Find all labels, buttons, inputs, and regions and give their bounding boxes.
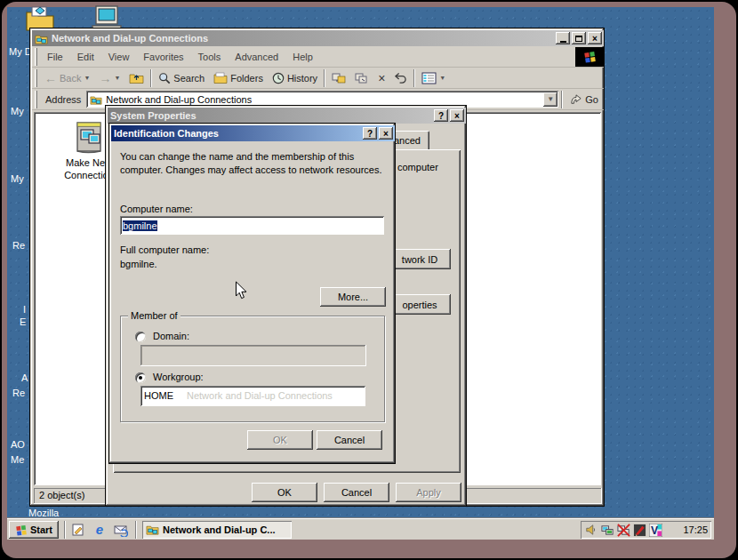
desktop-icon-label-fragment[interactable]: A: [21, 372, 28, 383]
domain-radio[interactable]: [135, 332, 146, 342]
workgroup-label: Workgroup:: [153, 372, 204, 382]
views-button[interactable]: ▼: [417, 68, 450, 88]
help-button[interactable]: ?: [434, 109, 448, 122]
task-button-network-connections[interactable]: Network and Dial-up C...: [142, 521, 292, 539]
undo-icon: [394, 72, 407, 84]
desktop-icon-label-fragment[interactable]: My D: [9, 46, 32, 57]
workgroup-field[interactable]: HOME Network and Dial-up Connections: [140, 386, 366, 407]
search-button[interactable]: Search: [154, 68, 209, 88]
desktop-icon-label-fragment[interactable]: Re: [12, 388, 25, 398]
desktop-icon-label-fragment[interactable]: My: [11, 106, 24, 116]
full-computer-name-value: bgmilne.: [120, 259, 157, 269]
desktop-icon-label-fragment[interactable]: My: [11, 173, 24, 184]
undo-button[interactable]: [389, 68, 412, 88]
desktop-icon-label-fragment[interactable]: Me: [11, 454, 24, 465]
domain-field[interactable]: [140, 345, 366, 366]
copy-to-icon: [355, 72, 369, 84]
start-label: Start: [30, 524, 52, 535]
taskbar: Start e Network and Dial-up C...: [7, 518, 714, 540]
desktop-icon-label-fragment[interactable]: Re: [12, 240, 25, 251]
desktop-icon-label-fragment[interactable]: E: [20, 316, 26, 327]
close-icon[interactable]: ×: [450, 109, 464, 122]
properties-button-fragment[interactable]: operties: [389, 294, 451, 315]
member-of-group: Member of Domain: Workgroup: HOME Networ…: [120, 316, 385, 422]
dialog-description: You can change the name and the membersh…: [120, 150, 387, 177]
system-properties-title: System Properties: [110, 110, 197, 121]
menu-view[interactable]: View: [101, 50, 137, 64]
identification-changes-titlebar[interactable]: Identification Changes ? ×: [111, 125, 395, 141]
workgroup-radio[interactable]: [135, 372, 146, 383]
menu-edit[interactable]: Edit: [70, 50, 101, 64]
forward-button[interactable]: →▼: [94, 68, 124, 88]
address-dropdown-button[interactable]: ▼: [543, 92, 558, 107]
folders-button[interactable]: Folders: [209, 68, 268, 88]
up-button[interactable]: [124, 68, 148, 88]
views-icon: [421, 72, 437, 84]
start-button[interactable]: Start: [9, 521, 59, 539]
more-button[interactable]: More...: [320, 287, 386, 307]
cancel-button[interactable]: Cancel: [317, 430, 382, 450]
outlook-express-icon[interactable]: [113, 522, 129, 538]
system-properties-titlebar[interactable]: System Properties ? ×: [108, 108, 466, 124]
search-icon: [158, 72, 171, 84]
history-button[interactable]: History: [268, 68, 322, 88]
cancel-button[interactable]: Cancel: [324, 483, 389, 502]
network-folder-icon: [146, 524, 159, 535]
menu-favorites[interactable]: Favorites: [136, 50, 190, 64]
network-id-button-fragment[interactable]: twork ID: [389, 249, 451, 269]
ok-button[interactable]: OK: [252, 483, 317, 502]
desktop-icon-label-fragment[interactable]: I: [23, 304, 26, 315]
tray-clock: 17:25: [683, 524, 708, 535]
copy-to-button[interactable]: [350, 68, 373, 88]
menu-tools[interactable]: Tools: [191, 50, 229, 64]
toolbar-separator: [413, 69, 415, 87]
volume-icon[interactable]: [584, 523, 598, 537]
computer-name-field[interactable]: bgmilne: [120, 216, 385, 236]
menu-bar: File Edit View Favorites Tools Advanced …: [32, 46, 604, 68]
windows-brand-logo: [575, 47, 604, 67]
taskbar-separator: [64, 521, 66, 539]
move-to-icon: [332, 72, 346, 84]
history-icon: [272, 72, 285, 84]
identification-changes-dialog: Identification Changes ? × You can chang…: [108, 123, 396, 464]
maximize-button[interactable]: [572, 32, 586, 44]
toolbar-separator: [324, 69, 325, 87]
ok-button[interactable]: OK: [247, 430, 313, 450]
menu-grip[interactable]: [35, 48, 37, 66]
desktop-icon-label-fragment[interactable]: AO: [11, 439, 25, 450]
close-icon[interactable]: ×: [379, 127, 393, 140]
domain-label: Domain:: [153, 331, 189, 341]
menu-file[interactable]: File: [40, 50, 70, 64]
network-folder-icon: [35, 33, 48, 44]
network-disconnected-icon[interactable]: [616, 523, 630, 537]
taskbar-separator: [135, 521, 137, 539]
close-icon[interactable]: ×: [588, 32, 602, 44]
svg-text:V: V: [650, 524, 658, 537]
internet-explorer-icon[interactable]: e: [92, 522, 108, 538]
make-new-connection-icon: [72, 121, 106, 155]
addressbar-grip[interactable]: [35, 91, 37, 108]
desktop-icon-label-mozilla[interactable]: Mozilla: [28, 508, 59, 518]
v-antivirus-icon[interactable]: V: [648, 523, 662, 537]
addressbar-separator: [561, 91, 563, 108]
network-folder-icon: [90, 94, 102, 105]
network-connection-icon[interactable]: [600, 523, 614, 537]
toolbar-grip[interactable]: [35, 69, 37, 87]
system-tray: V 17:25: [581, 521, 711, 539]
back-button[interactable]: ← Back▼: [40, 68, 94, 88]
delete-button[interactable]: ×: [373, 68, 389, 88]
menu-advanced[interactable]: Advanced: [228, 50, 285, 64]
up-folder-icon: [129, 71, 144, 84]
window-titlebar[interactable]: Network and Dial-up Connections ×: [32, 30, 604, 46]
windows-logo-icon: [15, 524, 28, 536]
paintbrush-icon[interactable]: [632, 523, 646, 537]
apply-button[interactable]: Apply: [396, 483, 461, 502]
show-desktop-icon[interactable]: [70, 522, 86, 538]
menu-help[interactable]: Help: [285, 50, 320, 64]
mouse-cursor: [235, 281, 248, 300]
go-button[interactable]: Go: [565, 90, 604, 109]
move-to-button[interactable]: [327, 68, 350, 88]
minimize-button[interactable]: [556, 32, 570, 44]
help-button[interactable]: ?: [363, 127, 377, 140]
identification-changes-title: Identification Changes: [114, 128, 219, 139]
